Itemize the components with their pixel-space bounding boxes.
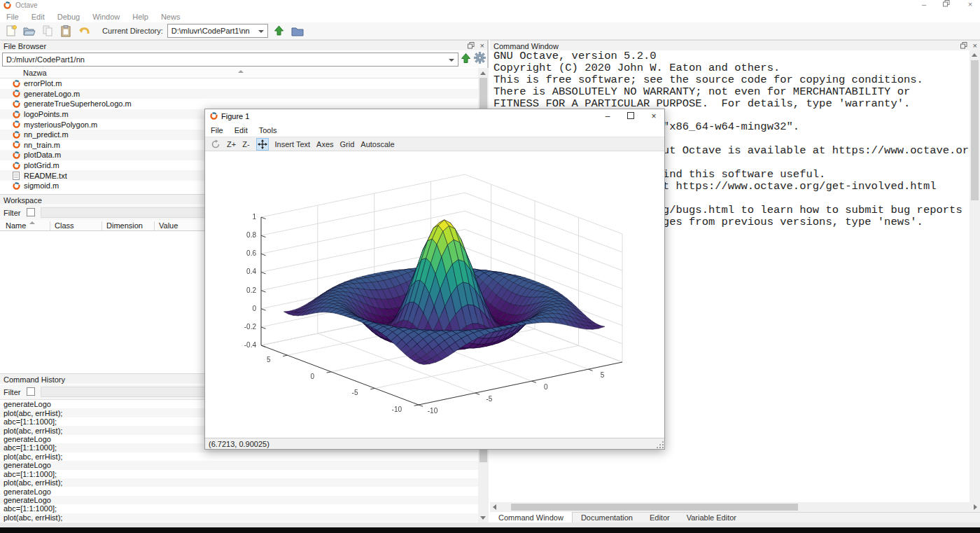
app-title: Octave xyxy=(15,1,38,9)
octave-file-icon xyxy=(13,151,21,159)
one-directory-up-icon[interactable] xyxy=(461,53,471,66)
restore-button[interactable] xyxy=(938,0,955,10)
history-entry[interactable]: generateLogo xyxy=(0,487,478,495)
undock-icon[interactable] xyxy=(468,42,475,49)
column-name-label: Nazwa xyxy=(23,69,47,77)
undock-icon[interactable] xyxy=(960,42,967,49)
undo-icon[interactable] xyxy=(77,25,91,37)
rotate-icon[interactable] xyxy=(211,139,220,149)
history-entry[interactable]: generateLogo xyxy=(0,461,478,469)
scroll-up-icon[interactable] xyxy=(480,71,486,75)
scroll-up-icon[interactable] xyxy=(972,53,977,57)
dock-tab-command-window[interactable]: Command Window xyxy=(490,512,573,522)
directory-up-icon[interactable] xyxy=(272,25,286,37)
command-window-hscrollbar[interactable] xyxy=(490,502,980,512)
dock-tab-variable-editor[interactable]: Variable Editor xyxy=(678,513,745,523)
history-entry[interactable]: plot(abc, errHist); xyxy=(0,513,478,522)
column-header: Name xyxy=(6,221,26,230)
open-file-icon[interactable] xyxy=(22,25,36,37)
figure-tool-z+[interactable]: Z+ xyxy=(227,140,236,148)
figure-tool-autoscale[interactable]: Autoscale xyxy=(360,140,394,148)
figure-minimize-button[interactable]: – xyxy=(598,111,617,123)
menu-help[interactable]: Help xyxy=(126,13,155,21)
octave-file-icon xyxy=(13,80,21,88)
resize-grip[interactable] xyxy=(656,441,664,448)
scroll-down-icon[interactable] xyxy=(480,516,486,520)
figure-toolbar: Z+Z-Insert TextAxesGridAutoscale xyxy=(205,137,664,151)
current-directory-combobox[interactable]: D:\mluvr\CodePart1\nn xyxy=(167,24,268,38)
filter-checkbox[interactable] xyxy=(27,208,35,216)
menu-debug[interactable]: Debug xyxy=(51,13,86,21)
figure-tool-z-[interactable]: Z- xyxy=(242,140,249,148)
history-entry[interactable]: abc=[1:1:1000]; xyxy=(0,470,478,478)
file-name: generateLogo.m xyxy=(24,90,80,98)
gear-icon[interactable] xyxy=(474,52,486,65)
file-row[interactable]: generateLogo.m xyxy=(0,89,478,99)
figure-plot-canvas[interactable] xyxy=(205,151,664,438)
history-entry[interactable]: abc=[1:1:1000]; xyxy=(0,504,478,513)
file-browser-path-combobox[interactable]: D:/mluvr/CodePart1/nn xyxy=(2,53,458,67)
scrollbar-thumb[interactable] xyxy=(511,504,798,511)
close-panel-icon[interactable]: × xyxy=(973,42,977,49)
current-directory-value: D:\mluvr\CodePart1\nn xyxy=(172,27,250,35)
figure-tool-insert-text[interactable]: Insert Text xyxy=(275,140,311,148)
figure-title: Figure 1 xyxy=(221,112,249,120)
pan-icon[interactable] xyxy=(256,138,269,151)
minimize-button[interactable]: – xyxy=(916,0,932,10)
dock-tab-editor[interactable]: Editor xyxy=(641,513,678,523)
history-entry[interactable]: plot(abc, errHist); xyxy=(0,478,478,487)
command-window-vscrollbar[interactable] xyxy=(969,50,980,502)
history-entry[interactable]: generateLogo xyxy=(0,496,478,504)
new-script-icon[interactable] xyxy=(4,25,18,37)
sort-indicator-icon xyxy=(29,221,35,224)
file-name: README.txt xyxy=(24,172,67,180)
paste-icon[interactable] xyxy=(59,25,73,37)
file-name: errorPlot.m xyxy=(24,79,62,88)
menu-window[interactable]: Window xyxy=(86,13,126,21)
workspace-title: Workspace xyxy=(4,196,42,205)
octave-file-icon xyxy=(13,100,21,108)
column-header: Value xyxy=(159,221,178,230)
octave-file-icon xyxy=(13,141,21,148)
file-row[interactable]: errorPlot.m xyxy=(0,78,478,89)
scroll-right-icon[interactable] xyxy=(974,504,977,510)
figure-statusbar: (6.7213, 0.90025) xyxy=(205,438,664,449)
browse-directory-icon[interactable] xyxy=(290,25,304,37)
figure-tool-axes[interactable]: Axes xyxy=(316,140,333,148)
octave-file-icon xyxy=(13,90,21,97)
figure-titlebar[interactable]: Figure 1 – × xyxy=(205,109,664,124)
dock-tab-documentation[interactable]: Documentation xyxy=(573,513,641,523)
main-toolbar: Current Directory: D:\mluvr\CodePart1\nn xyxy=(0,22,980,40)
close-button[interactable]: × xyxy=(962,0,979,10)
file-name: nn_train.m xyxy=(24,141,60,149)
dock-tab-bar: Command WindowDocumentationEditorVariabl… xyxy=(490,512,980,522)
copy-icon[interactable] xyxy=(41,25,55,37)
command-history-title: Command History xyxy=(4,375,65,384)
figure-menu-edit[interactable]: Edit xyxy=(229,126,253,134)
octave-file-icon xyxy=(13,111,21,118)
maximize-icon xyxy=(627,112,634,119)
main-titlebar: Octave – × xyxy=(0,0,980,11)
menu-edit[interactable]: Edit xyxy=(25,13,51,21)
file-name: logoPoints.m xyxy=(24,110,69,118)
figure-menu-file[interactable]: File xyxy=(205,126,229,134)
octave-logo-icon xyxy=(210,112,218,121)
scrollbar-thumb[interactable] xyxy=(971,60,979,200)
file-row[interactable]: generateTrueSuperheroLogo.m xyxy=(0,99,478,109)
figure-close-button[interactable]: × xyxy=(645,111,663,123)
file-browser-column-header[interactable]: Nazwa xyxy=(0,68,478,78)
octave-file-icon xyxy=(13,131,21,139)
command-window-title: Command Window xyxy=(493,42,559,50)
close-panel-icon[interactable]: × xyxy=(480,42,484,49)
scroll-left-icon[interactable] xyxy=(493,504,496,510)
figure-tool-grid[interactable]: Grid xyxy=(340,140,355,148)
filter-label: Filter xyxy=(4,388,20,396)
figure-maximize-button[interactable] xyxy=(622,111,640,123)
menu-file[interactable]: File xyxy=(0,13,25,21)
cursor-coordinates: (6.7213, 0.90025) xyxy=(209,440,270,448)
history-entry[interactable]: plot(abc, errHist); xyxy=(0,452,478,461)
figure-menu-tools[interactable]: Tools xyxy=(253,126,283,134)
filter-checkbox[interactable] xyxy=(27,387,35,396)
menu-news[interactable]: News xyxy=(155,13,187,21)
sort-indicator-icon xyxy=(238,70,244,73)
